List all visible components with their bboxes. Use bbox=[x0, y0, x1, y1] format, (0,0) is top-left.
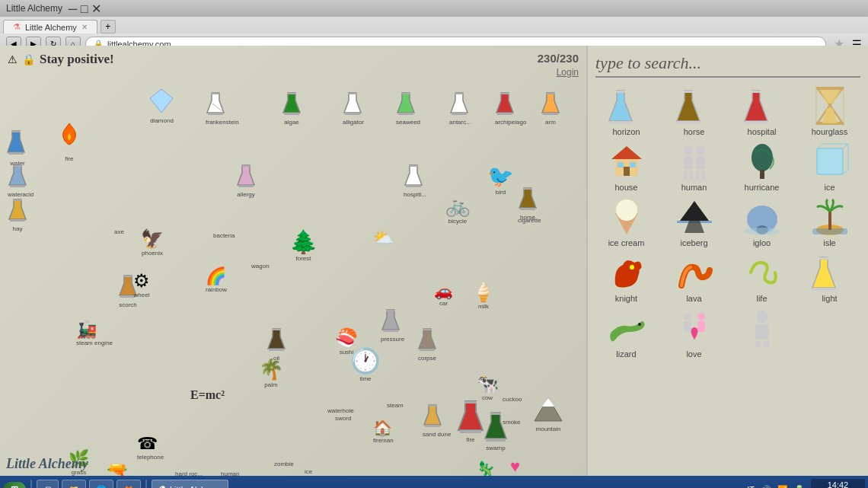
grid-element-human[interactable]: human bbox=[663, 142, 725, 192]
rainbow-icon: 🌈 bbox=[206, 266, 227, 286]
flask-hay[interactable]: hay bbox=[8, 198, 27, 232]
grid-element-life[interactable]: life bbox=[731, 254, 793, 303]
bicycle-label: bicycle bbox=[445, 218, 470, 225]
start-button[interactable]: ⊞ bbox=[3, 482, 26, 488]
svg-rect-6 bbox=[348, 93, 357, 94]
flask-allergy[interactable]: allergy bbox=[236, 164, 256, 198]
flask-grey[interactable]: pressure bbox=[381, 308, 404, 343]
flask-lg1[interactable]: fire bbox=[457, 400, 484, 443]
svg-rect-40 bbox=[386, 310, 395, 311]
grid-element-isle[interactable]: isle bbox=[799, 198, 860, 247]
play-area[interactable]: ⚠ 🔒 Stay positive! 230/230 Login diamond… bbox=[0, 46, 586, 476]
search-bar[interactable]: type to search... bbox=[595, 53, 860, 78]
grid-element-horse[interactable]: horse bbox=[663, 87, 725, 136]
icecream-icon: 🍦 bbox=[472, 282, 495, 303]
svg-rect-44 bbox=[616, 91, 625, 93]
svg-rect-1 bbox=[208, 113, 223, 115]
flask-wateracid[interactable]: wateracid bbox=[8, 164, 34, 198]
ie-icon: 🌐 bbox=[96, 485, 107, 489]
mountain-element[interactable]: mountain bbox=[533, 396, 563, 432]
grid-element-igloo[interactable]: igloo bbox=[731, 198, 793, 247]
fire-element[interactable]: fire bbox=[57, 122, 81, 162]
taskbar-folder[interactable]: 📁 bbox=[62, 480, 86, 488]
iceberg-name: iceberg bbox=[680, 238, 707, 247]
palm-element[interactable]: 🌴 palm bbox=[259, 358, 283, 388]
grid-element-lava[interactable]: lava bbox=[663, 254, 725, 303]
fireplace-element[interactable]: 🏠 fireman bbox=[373, 419, 394, 444]
diamond-element[interactable]: diamond bbox=[148, 88, 175, 124]
grid-element-light[interactable]: light bbox=[799, 254, 860, 303]
light-visual bbox=[811, 254, 849, 292]
new-tab-button[interactable]: + bbox=[101, 20, 116, 33]
train-element[interactable]: 🚂 steam engine bbox=[76, 320, 113, 346]
svg-marker-56 bbox=[822, 108, 838, 123]
car-element[interactable]: 🚗 car bbox=[434, 282, 453, 307]
cloud-element[interactable]: ⛅ bbox=[373, 228, 394, 248]
flask-antarc[interactable]: antarc... bbox=[449, 91, 471, 126]
flask-frankenstein[interactable]: frankenstein bbox=[206, 91, 239, 126]
elements-grid: horizon horse bbox=[595, 87, 860, 359]
flask-archipelago[interactable]: archipelago bbox=[495, 91, 526, 126]
grid-element-lizard[interactable]: lizard bbox=[595, 309, 657, 359]
forest-element[interactable]: 🌲 forest bbox=[289, 228, 318, 262]
taskbar-ie[interactable]: 🌐 bbox=[89, 480, 113, 488]
svg-rect-21 bbox=[406, 185, 421, 187]
bicycle-element[interactable]: 🚲 bicycle bbox=[445, 194, 470, 225]
lava-name: lava bbox=[686, 294, 701, 303]
grid-element-ice-cream[interactable]: ice cream bbox=[595, 198, 657, 247]
rainbow-element[interactable]: 🌈 rainbow bbox=[206, 266, 227, 293]
flask-horse[interactable]: horse bbox=[518, 187, 538, 221]
taskbar-active-app[interactable]: ⚗ Little Alchemy bbox=[152, 480, 228, 488]
fire-label: fire bbox=[57, 155, 81, 162]
grid-element-human2[interactable] bbox=[731, 309, 793, 359]
flask-seaweed[interactable]: seaweed bbox=[396, 91, 420, 126]
axe-label: axe bbox=[114, 228, 124, 235]
grid-element-love[interactable]: love bbox=[663, 309, 725, 359]
svg-rect-96 bbox=[684, 321, 691, 332]
love-element[interactable]: ♥ love bbox=[510, 457, 522, 476]
telephone-element[interactable]: ☎ telephone bbox=[137, 434, 164, 461]
grid-element-house[interactable]: house bbox=[595, 142, 657, 192]
svg-rect-69 bbox=[696, 156, 705, 170]
igloo-visual bbox=[743, 198, 781, 236]
tab-close-icon[interactable]: ✕ bbox=[81, 23, 88, 31]
flask-oil[interactable]: oil bbox=[266, 327, 286, 362]
flask-alligator[interactable]: alligator bbox=[343, 91, 364, 126]
grid-element-horizon[interactable]: horizon bbox=[595, 87, 657, 136]
ice-visual bbox=[811, 142, 849, 180]
flask-dune[interactable]: sand dune bbox=[423, 403, 451, 438]
grid-element-hourglass[interactable]: hourglass bbox=[799, 87, 860, 136]
lizard-element[interactable]: 🦎 lizard bbox=[476, 461, 496, 476]
cloud-icon: ⛅ bbox=[373, 228, 394, 248]
phoenix-element[interactable]: 🦅 phoenix bbox=[141, 228, 164, 257]
icecream-play[interactable]: 🍦 milk bbox=[472, 282, 495, 310]
palm-label: palm bbox=[259, 381, 283, 388]
horse-name: horse bbox=[684, 127, 705, 136]
svg-rect-13 bbox=[543, 113, 558, 115]
bird-element[interactable]: 🐦 bird bbox=[487, 164, 514, 196]
wheel-element[interactable]: ⚙ wheel bbox=[133, 270, 150, 298]
svg-rect-37 bbox=[486, 439, 506, 442]
flask-corpse[interactable]: corpse bbox=[417, 327, 437, 362]
gun-element[interactable]: 🔫 gun bbox=[107, 461, 127, 476]
svg-rect-24 bbox=[523, 188, 532, 190]
emc2-text: E=mc² bbox=[190, 388, 225, 402]
taskbar-firefox[interactable]: 🦊 bbox=[116, 480, 141, 488]
cow-element[interactable]: 🐄 cow bbox=[476, 373, 499, 401]
water-element[interactable]: water bbox=[6, 129, 29, 167]
active-tab[interactable]: ⚗ Little Alchemy ✕ bbox=[3, 20, 97, 33]
title-bar: Little Alchemy ─ □ ✕ bbox=[0, 0, 868, 17]
grid-element-hurricane[interactable]: hurricane bbox=[731, 142, 793, 192]
grid-element-hospital[interactable]: hospital bbox=[731, 87, 793, 136]
grid-element-knight[interactable]: knight bbox=[595, 254, 657, 303]
taskbar-mycomputer[interactable]: 🖥 bbox=[37, 480, 59, 488]
flask-algae[interactable]: algae bbox=[282, 91, 302, 126]
flask-arm[interactable]: arm bbox=[541, 91, 560, 126]
sushi-element[interactable]: 🍣 sushi bbox=[335, 327, 358, 356]
close-controls[interactable]: ─ □ ✕ bbox=[69, 2, 101, 16]
lava-visual bbox=[675, 254, 713, 292]
grid-element-iceberg[interactable]: iceberg bbox=[663, 198, 725, 247]
grid-element-ice[interactable]: ice bbox=[799, 142, 860, 192]
flask-hospital[interactable]: hospitl... bbox=[404, 164, 426, 198]
flask-lg2[interactable]: swamp bbox=[483, 411, 508, 451]
